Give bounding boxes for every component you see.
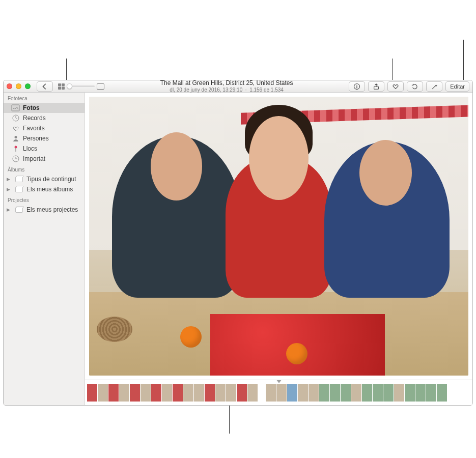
disclosure-triangle-icon[interactable]: ▶	[7, 207, 11, 212]
photo-location-title: The Mall at Green Hills, District 25, Un…	[107, 80, 346, 87]
title-area: The Mall at Green Hills, District 25, Un…	[107, 80, 346, 92]
disclosure-triangle-icon[interactable]: ▶	[7, 177, 11, 182]
callout-line	[229, 403, 230, 434]
photos-icon	[12, 104, 19, 111]
sidebar-section-albums: Àlbums	[4, 164, 85, 174]
thumbnail[interactable]	[309, 384, 319, 402]
thumbnail[interactable]	[266, 384, 276, 402]
photo-viewer[interactable]	[85, 93, 472, 380]
minimize-window-button[interactable]	[16, 83, 21, 89]
photo-position-count: 1.156 de 1.534	[249, 87, 284, 93]
sidebar-item-imported[interactable]: Importat	[4, 154, 85, 164]
callout-line	[463, 40, 464, 84]
thumbnail[interactable]	[226, 384, 236, 402]
thumbnail[interactable]	[437, 384, 447, 402]
thumbnail[interactable]	[394, 384, 404, 402]
person-icon	[12, 135, 19, 142]
wand-icon	[431, 83, 438, 90]
sidebar-section-projects: Projectes	[4, 194, 85, 205]
main-content	[85, 93, 472, 405]
thumbnail[interactable]	[98, 384, 108, 402]
displayed-photo	[89, 97, 468, 376]
sidebar-item-label: Favorits	[23, 125, 45, 132]
thumbnail[interactable]	[151, 384, 161, 402]
thumbnail[interactable]	[215, 384, 226, 402]
thumbnail[interactable]	[415, 384, 426, 402]
heart-icon	[12, 125, 19, 132]
window-controls	[7, 83, 31, 89]
thumbnail[interactable]	[141, 384, 151, 402]
sidebar-item-favorites[interactable]: Favorits	[4, 123, 85, 133]
thumbnail[interactable]	[87, 384, 97, 402]
sidebar-item-photos[interactable]: Fotos	[4, 103, 85, 113]
thumbnail-strip[interactable]	[85, 380, 472, 405]
thumbnail[interactable]	[119, 384, 129, 402]
thumbnail[interactable]	[341, 384, 351, 402]
thumbnail[interactable]	[287, 384, 297, 402]
clock-icon	[12, 114, 19, 122]
thumbnail[interactable]	[205, 384, 215, 402]
zoom-slider-knob[interactable]	[67, 83, 72, 89]
favorite-button[interactable]	[387, 81, 404, 92]
thumbnail[interactable]	[351, 384, 361, 402]
pin-icon	[12, 145, 19, 152]
share-icon	[373, 83, 380, 90]
toolbar: The Mall at Green Hills, District 25, Un…	[4, 80, 472, 93]
thumbnail[interactable]	[330, 384, 340, 402]
thumbnail[interactable]	[319, 384, 329, 402]
sidebar-item-my-albums[interactable]: ▶ Els meus àlbums	[4, 184, 85, 194]
thumbnail[interactable]	[194, 384, 204, 402]
back-button[interactable]	[37, 81, 53, 92]
sidebar-item-content-types[interactable]: ▶ Tipus de contingut	[4, 174, 85, 184]
album-icon	[15, 207, 23, 213]
sidebar-item-label: Tipus de contingut	[26, 176, 76, 183]
heart-icon	[392, 83, 399, 90]
thumbnail[interactable]	[362, 384, 372, 402]
sidebar-item-label: Records	[23, 114, 46, 122]
auto-enhance-button[interactable]	[426, 81, 442, 92]
svg-point-1	[356, 84, 357, 85]
thumbnail[interactable]	[405, 384, 415, 402]
app-window: The Mall at Green Hills, District 25, Un…	[3, 80, 473, 406]
zoom-slider[interactable]	[67, 85, 95, 87]
thumbnail[interactable]	[426, 384, 436, 402]
edit-button[interactable]: Editar	[445, 81, 469, 92]
sidebar-item-people[interactable]: Persones	[4, 133, 85, 144]
sidebar-item-places[interactable]: Llocs	[4, 144, 85, 154]
scrub-position-marker-icon	[276, 380, 282, 383]
info-button[interactable]	[349, 81, 365, 92]
sidebar-item-label: Importat	[23, 155, 45, 162]
thumbnail[interactable]	[130, 384, 140, 402]
thumbnail[interactable]	[276, 384, 287, 402]
thumbnail[interactable]	[298, 384, 308, 402]
thumbnail[interactable]	[237, 384, 247, 402]
thumbnail[interactable]	[108, 384, 119, 402]
info-icon	[353, 83, 360, 90]
share-button[interactable]	[368, 81, 384, 92]
fullscreen-window-button[interactable]	[25, 83, 31, 89]
chevron-left-icon	[41, 83, 48, 90]
thumbnail[interactable]	[173, 384, 183, 402]
sidebar-item-label: Els meus àlbums	[26, 186, 73, 193]
disclosure-triangle-icon[interactable]: ▶	[7, 187, 11, 192]
thumbnail[interactable]	[162, 384, 172, 402]
sidebar-item-label: Persones	[23, 135, 49, 142]
sidebar-item-label: Fotos	[23, 104, 40, 111]
close-window-button[interactable]	[7, 83, 12, 89]
grid-view-icon	[58, 83, 65, 90]
sidebar: Fototeca Fotos Records	[4, 93, 85, 405]
sidebar-item-label: Els meus projectes	[26, 206, 78, 213]
thumbnail[interactable]	[373, 384, 383, 402]
thumbnail[interactable]	[247, 384, 258, 402]
edit-button-label: Editar	[450, 83, 465, 90]
zoom-control[interactable]	[58, 83, 104, 90]
thumbnail[interactable]	[183, 384, 193, 402]
clock-import-icon	[12, 155, 19, 162]
sidebar-item-my-projects[interactable]: ▶ Els meus projectes	[4, 205, 85, 215]
sidebar-item-label: Llocs	[23, 145, 37, 152]
album-icon	[15, 177, 23, 182]
thumbnail[interactable]	[383, 384, 394, 402]
photo-datetime: dl, 20 de juny de 2016, 13:29:10	[170, 87, 242, 93]
sidebar-item-memories[interactable]: Records	[4, 113, 85, 123]
rotate-button[interactable]	[407, 81, 423, 92]
